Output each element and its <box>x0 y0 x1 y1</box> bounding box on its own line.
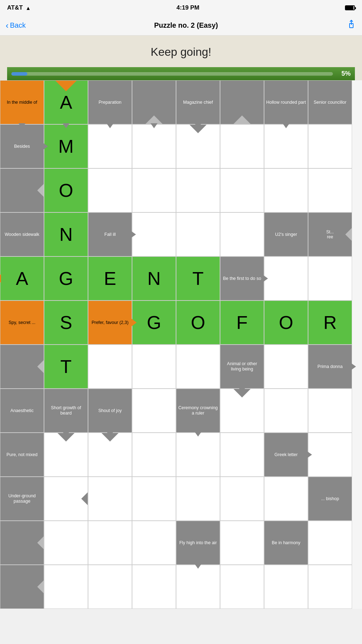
cell-r3c5[interactable] <box>220 212 264 256</box>
cell-r2c5[interactable] <box>220 168 264 212</box>
cell-r0c3[interactable] <box>132 80 176 124</box>
cell-r7c2[interactable]: Shout of joy <box>88 389 132 433</box>
cell-r11c0[interactable] <box>0 565 44 609</box>
share-button[interactable] <box>346 20 356 32</box>
cell-r9c3[interactable] <box>132 477 176 521</box>
cell-r6c4[interactable] <box>176 345 220 389</box>
cell-r6c7[interactable]: Prima donna <box>308 345 352 389</box>
cell-r11c2[interactable] <box>88 565 132 609</box>
cell-r5c5[interactable]: F <box>220 301 264 345</box>
cell-r5c6[interactable]: O <box>264 301 308 345</box>
cell-r4c5[interactable]: Be the first to do so <box>220 256 264 301</box>
cell-r8c5[interactable] <box>220 433 264 477</box>
cell-r10c0[interactable] <box>0 521 44 565</box>
cell-r3c7[interactable]: St...ree <box>308 212 352 256</box>
cell-r9c6[interactable] <box>264 477 308 521</box>
cell-r7c0[interactable]: Anaesthetic <box>0 389 44 433</box>
cell-r2c2[interactable] <box>88 168 132 212</box>
cell-r10c5[interactable] <box>220 521 264 565</box>
cell-r6c2[interactable] <box>88 345 132 389</box>
cell-r10c7[interactable] <box>308 521 352 565</box>
cell-r0c4[interactable]: Magazine chief <box>176 80 220 124</box>
cell-r3c0[interactable]: Wooden sidewalk <box>0 212 44 256</box>
cell-r1c6[interactable] <box>264 124 308 168</box>
cell-r5c7[interactable]: R <box>308 301 352 345</box>
cell-r9c2[interactable] <box>88 477 132 521</box>
cell-r2c4[interactable] <box>176 168 220 212</box>
cell-r11c4[interactable] <box>176 565 220 609</box>
cell-r11c7[interactable] <box>308 565 352 609</box>
cell-r2c7[interactable] <box>308 168 352 212</box>
cell-r5c0[interactable]: Spy, secret ... <box>0 301 44 345</box>
cell-r2c1[interactable]: O <box>44 168 88 212</box>
cell-r6c3[interactable] <box>132 345 176 389</box>
cell-r2c3[interactable] <box>132 168 176 212</box>
cell-r4c4[interactable]: T <box>176 256 220 301</box>
cell-r8c7[interactable] <box>308 433 352 477</box>
cell-r10c2[interactable] <box>88 521 132 565</box>
cell-r5c1[interactable]: S <box>44 301 88 345</box>
cell-r4c1[interactable]: G <box>44 256 88 301</box>
cell-r5c4[interactable]: O <box>176 301 220 345</box>
cell-r7c7[interactable] <box>308 389 352 433</box>
cell-r7c5[interactable] <box>220 389 264 433</box>
cell-r9c5[interactable] <box>220 477 264 521</box>
cell-r1c0[interactable]: Besides <box>0 124 44 168</box>
cell-r0c6[interactable]: Hollow rounded part <box>264 80 308 124</box>
cell-r9c7[interactable]: ... bishop <box>308 477 352 521</box>
cell-r3c2[interactable]: Fall ill <box>88 212 132 256</box>
cell-r8c1[interactable] <box>44 433 88 477</box>
cell-r4c6[interactable] <box>264 256 308 301</box>
cell-r0c0[interactable]: In the middle of <box>0 80 44 124</box>
cell-r0c7[interactable]: Senior councillor <box>308 80 352 124</box>
cell-r11c3[interactable] <box>132 565 176 609</box>
cell-r8c3[interactable] <box>132 433 176 477</box>
cell-r2c6[interactable] <box>264 168 308 212</box>
cell-r11c6[interactable] <box>264 565 308 609</box>
cell-r11c1[interactable] <box>44 565 88 609</box>
cell-r4c7[interactable] <box>308 256 352 301</box>
cell-r4c0[interactable]: A <box>0 256 44 301</box>
letter-r5c6: O <box>279 312 293 334</box>
back-button[interactable]: ‹ Back <box>6 21 26 31</box>
cell-r7c3[interactable] <box>132 389 176 433</box>
cell-r3c1[interactable]: N <box>44 212 88 256</box>
cell-r7c6[interactable] <box>264 389 308 433</box>
cell-r3c6[interactable]: U2's singer <box>264 212 308 256</box>
cell-r3c3[interactable] <box>132 212 176 256</box>
cell-r9c0[interactable]: Under-ground passage <box>0 477 44 521</box>
cell-r0c1[interactable]: A <box>44 80 88 124</box>
cell-r7c4[interactable]: Ceremony crowning a ruler <box>176 389 220 433</box>
cell-r10c4[interactable]: Fly high into the air <box>176 521 220 565</box>
cell-r1c3[interactable] <box>132 124 176 168</box>
cell-r1c7[interactable] <box>308 124 352 168</box>
cell-r6c6[interactable] <box>264 345 308 389</box>
cell-r4c3[interactable]: N <box>132 256 176 301</box>
cell-r10c6[interactable]: Be in harmony <box>264 521 308 565</box>
cell-r8c0[interactable]: Pure, not mixed <box>0 433 44 477</box>
cell-r0c2[interactable]: Preparation <box>88 80 132 124</box>
cell-r6c5[interactable]: Animal or other living being <box>220 345 264 389</box>
cell-r11c5[interactable] <box>220 565 264 609</box>
cell-r10c3[interactable] <box>132 521 176 565</box>
clue-r0c6: Hollow rounded part <box>265 98 307 107</box>
cell-r3c4[interactable] <box>176 212 220 256</box>
cell-r9c1[interactable] <box>44 477 88 521</box>
cell-r10c1[interactable] <box>44 521 88 565</box>
cell-r8c4[interactable] <box>176 433 220 477</box>
cell-r1c2[interactable] <box>88 124 132 168</box>
cell-r1c1[interactable]: M <box>44 124 88 168</box>
cell-r6c0[interactable] <box>0 345 44 389</box>
cell-r5c2[interactable]: Prefer, favour (2,3) <box>88 301 132 345</box>
cell-r0c5[interactable] <box>220 80 264 124</box>
cell-r8c6[interactable]: Greek letter <box>264 433 308 477</box>
cell-r6c1[interactable]: T <box>44 345 88 389</box>
cell-r5c3[interactable]: G <box>132 301 176 345</box>
cell-r7c1[interactable]: Short growth of beard <box>44 389 88 433</box>
cell-r2c0[interactable] <box>0 168 44 212</box>
cell-r1c5[interactable] <box>220 124 264 168</box>
cell-r9c4[interactable] <box>176 477 220 521</box>
cell-r4c2[interactable]: E <box>88 256 132 301</box>
cell-r1c4[interactable] <box>176 124 220 168</box>
cell-r8c2[interactable] <box>88 433 132 477</box>
